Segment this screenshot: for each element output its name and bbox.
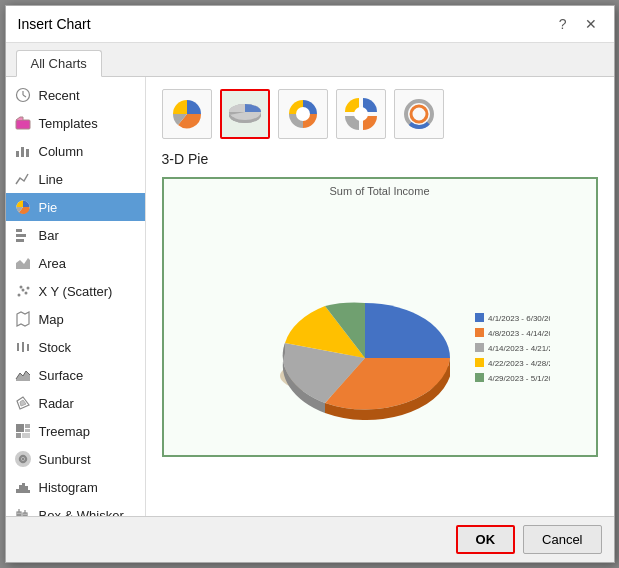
sidebar-item-radar[interactable]: Radar [6,389,145,417]
svg-rect-40 [28,490,30,493]
sidebar-item-surface[interactable]: Surface [6,361,145,389]
chart-subtitle: 3-D Pie [162,151,598,167]
histogram-icon [14,478,32,496]
svg-rect-37 [19,485,22,493]
sidebar-item-label: Sunburst [39,452,91,467]
sidebar-item-label: X Y (Scatter) [39,284,113,299]
svg-rect-9 [16,234,26,237]
box-whisker-icon [14,506,32,516]
sidebar-item-recent[interactable]: Recent [6,81,145,109]
line-chart-icon [14,170,32,188]
sidebar-item-label: Column [39,144,84,159]
sidebar-item-pie[interactable]: Pie [6,193,145,221]
sidebar-item-label: Radar [39,396,74,411]
chart-type-icons-row [162,89,598,139]
map-icon [14,310,32,328]
svg-text:4/22/2023 - 4/28/2023: 4/22/2023 - 4/28/2023 [488,359,550,368]
tabs-bar: All Charts [6,43,614,77]
insert-chart-dialog: Insert Chart ? ✕ All Charts Recent [5,5,615,563]
svg-text:4/29/2023 - 5/1/2023: 4/29/2023 - 5/1/2023 [488,374,550,383]
sidebar-item-column[interactable]: Column [6,137,145,165]
area-chart-icon [14,254,32,272]
close-button[interactable]: ✕ [580,14,602,34]
sidebar-item-bar[interactable]: Bar [6,221,145,249]
sidebar-item-sunburst[interactable]: Sunburst [6,445,145,473]
svg-point-14 [24,292,27,295]
svg-rect-3 [16,120,30,129]
sidebar-item-box-whisker[interactable]: Box & Whisker [6,501,145,516]
chart-type-exploded-doughnut[interactable] [336,89,386,139]
help-button[interactable]: ? [554,14,572,34]
cancel-button[interactable]: Cancel [523,525,601,554]
chart-svg-area: 4/1/2023 - 6/30/2023 4/8/2023 - 4/14/202… [170,201,590,449]
sidebar-item-label: Treemap [39,424,91,439]
svg-rect-39 [25,486,28,493]
chart-type-pie2d[interactable] [162,89,212,139]
chart-type-ring[interactable] [394,89,444,139]
svg-text:4/8/2023 - 4/14/2023: 4/8/2023 - 4/14/2023 [488,329,550,338]
sidebar-item-label: Recent [39,88,80,103]
svg-point-57 [296,107,310,121]
title-bar: Insert Chart ? ✕ [6,6,614,43]
sidebar-item-treemap[interactable]: Treemap [6,417,145,445]
svg-rect-63 [475,313,484,322]
tab-all-charts[interactable]: All Charts [16,50,102,77]
svg-point-35 [21,458,24,461]
sidebar-item-label: Stock [39,340,72,355]
sidebar-item-stock[interactable]: Stock [6,333,145,361]
svg-point-61 [411,106,427,122]
sidebar-item-label: Line [39,172,64,187]
surface-icon [14,366,32,384]
ok-button[interactable]: OK [456,525,516,554]
stock-icon [14,338,32,356]
svg-point-13 [21,289,24,292]
sidebar-item-label: Pie [39,200,58,215]
content-area: Recent Templates Column Li [6,77,614,516]
svg-rect-28 [16,424,24,432]
sidebar-item-label: Templates [39,116,98,131]
sidebar-item-histogram[interactable]: Histogram [6,473,145,501]
svg-rect-6 [26,149,29,157]
sidebar-item-label: Box & Whisker [39,508,124,517]
footer: OK Cancel [6,516,614,562]
sidebar-item-map[interactable]: Map [6,305,145,333]
sidebar-item-line[interactable]: Line [6,165,145,193]
svg-point-12 [17,294,20,297]
radar-icon [14,394,32,412]
svg-rect-32 [22,433,30,438]
svg-rect-10 [16,239,24,242]
svg-rect-69 [475,358,484,367]
sidebar-item-templates[interactable]: Templates [6,109,145,137]
sidebar-item-label: Area [39,256,66,271]
svg-text:4/1/2023 - 6/30/2023: 4/1/2023 - 6/30/2023 [488,314,550,323]
chart-preview-title: Sum of Total Income [329,185,429,197]
chart-type-pie3d[interactable] [220,89,270,139]
svg-rect-71 [475,373,484,382]
folder-icon [14,114,32,132]
svg-rect-38 [22,483,25,493]
sidebar-item-area[interactable]: Area [6,249,145,277]
svg-rect-29 [25,424,30,428]
title-bar-controls: ? ✕ [554,14,602,34]
main-panel: 3-D Pie Sum of Total Income [146,77,614,516]
svg-rect-67 [475,343,484,352]
svg-rect-30 [25,429,30,432]
svg-point-15 [19,286,22,289]
svg-rect-36 [16,489,19,493]
sidebar-item-label: Surface [39,368,84,383]
chart-svg: 4/1/2023 - 6/30/2023 4/8/2023 - 4/14/202… [210,228,550,423]
treemap-icon [14,422,32,440]
svg-marker-11 [16,258,30,269]
svg-rect-5 [21,147,24,157]
dialog-title: Insert Chart [18,16,91,32]
sidebar-item-label: Histogram [39,480,98,495]
svg-rect-8 [16,229,22,232]
chart-type-doughnut[interactable] [278,89,328,139]
scatter-icon [14,282,32,300]
sidebar: Recent Templates Column Li [6,77,146,516]
sidebar-item-scatter[interactable]: X Y (Scatter) [6,277,145,305]
sunburst-icon [14,450,32,468]
bar-chart-icon [14,226,32,244]
chart-preview: Sum of Total Income [162,177,598,457]
clock-icon [14,86,32,104]
